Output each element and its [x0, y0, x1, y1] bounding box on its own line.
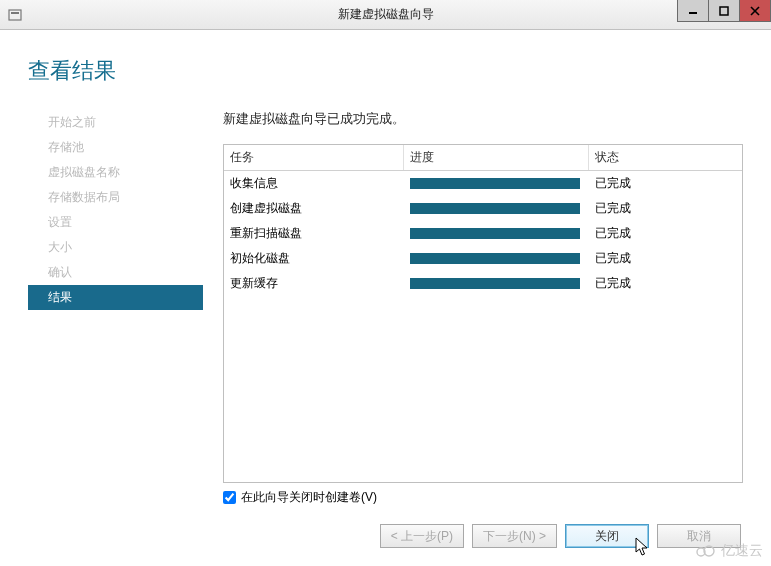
sidebar-item-confirmation: 确认 [28, 260, 203, 285]
cell-progress [404, 176, 589, 191]
maximize-button[interactable] [708, 0, 740, 22]
progress-bar [410, 228, 580, 239]
cell-task: 初始化磁盘 [224, 248, 404, 269]
window-controls [678, 0, 771, 22]
cell-status: 已完成 [589, 173, 742, 194]
cell-task: 创建虚拟磁盘 [224, 198, 404, 219]
cell-status: 已完成 [589, 198, 742, 219]
table-row: 更新缓存 已完成 [224, 271, 742, 296]
sidebar-item-results: 结果 [28, 285, 203, 310]
table-header: 任务 进度 状态 [224, 145, 742, 171]
sidebar-item-virtual-disk-name: 虚拟磁盘名称 [28, 160, 203, 185]
wizard-footer: < 上一步(P) 下一步(N) > 关闭 取消 [28, 506, 743, 548]
sidebar-item-storage-pool: 存储池 [28, 135, 203, 160]
page-title: 查看结果 [28, 56, 743, 86]
cell-progress [404, 276, 589, 291]
minimize-button[interactable] [677, 0, 709, 22]
previous-button: < 上一步(P) [380, 524, 464, 548]
titlebar: 新建虚拟磁盘向导 [0, 0, 771, 30]
svg-rect-3 [720, 7, 728, 15]
cell-task: 更新缓存 [224, 273, 404, 294]
svg-rect-0 [9, 10, 21, 20]
next-button: 下一步(N) > [472, 524, 557, 548]
wizard-page: 查看结果 开始之前 存储池 虚拟磁盘名称 存储数据布局 设置 大小 确认 结果 … [0, 30, 771, 566]
svg-rect-1 [11, 12, 19, 14]
cancel-button: 取消 [657, 524, 741, 548]
create-volume-checkbox[interactable] [223, 491, 236, 504]
column-header-progress[interactable]: 进度 [404, 145, 589, 170]
progress-bar [410, 203, 580, 214]
cell-status: 已完成 [589, 248, 742, 269]
progress-bar [410, 278, 580, 289]
completion-message: 新建虚拟磁盘向导已成功完成。 [223, 110, 743, 128]
create-volume-label: 在此向导关闭时创建卷(V) [241, 489, 377, 506]
cell-progress [404, 226, 589, 241]
table-row: 重新扫描磁盘 已完成 [224, 221, 742, 246]
cell-progress [404, 201, 589, 216]
window-title: 新建虚拟磁盘向导 [0, 6, 771, 23]
results-table: 任务 进度 状态 收集信息 已完成 创建虚拟磁盘 已完成 [223, 144, 743, 483]
wizard-steps-sidebar: 开始之前 存储池 虚拟磁盘名称 存储数据布局 设置 大小 确认 结果 [28, 110, 203, 506]
table-row: 创建虚拟磁盘 已完成 [224, 196, 742, 221]
column-header-status[interactable]: 状态 [589, 145, 742, 170]
table-row: 初始化磁盘 已完成 [224, 246, 742, 271]
cell-task: 重新扫描磁盘 [224, 223, 404, 244]
app-icon [6, 6, 24, 24]
close-wizard-button[interactable]: 关闭 [565, 524, 649, 548]
column-header-task[interactable]: 任务 [224, 145, 404, 170]
cell-progress [404, 251, 589, 266]
close-button[interactable] [739, 0, 771, 22]
cell-status: 已完成 [589, 223, 742, 244]
sidebar-item-provisioning: 设置 [28, 210, 203, 235]
cell-task: 收集信息 [224, 173, 404, 194]
sidebar-item-storage-layout: 存储数据布局 [28, 185, 203, 210]
cell-status: 已完成 [589, 273, 742, 294]
main-panel: 新建虚拟磁盘向导已成功完成。 任务 进度 状态 收集信息 已完成 创建虚拟磁盘 [203, 110, 743, 506]
progress-bar [410, 253, 580, 264]
progress-bar [410, 178, 580, 189]
sidebar-item-before-you-begin: 开始之前 [28, 110, 203, 135]
table-row: 收集信息 已完成 [224, 171, 742, 196]
create-volume-checkbox-row[interactable]: 在此向导关闭时创建卷(V) [223, 489, 743, 506]
sidebar-item-size: 大小 [28, 235, 203, 260]
body-area: 开始之前 存储池 虚拟磁盘名称 存储数据布局 设置 大小 确认 结果 新建虚拟磁… [28, 110, 743, 506]
table-body: 收集信息 已完成 创建虚拟磁盘 已完成 重新扫描磁盘 已完成 [224, 171, 742, 296]
